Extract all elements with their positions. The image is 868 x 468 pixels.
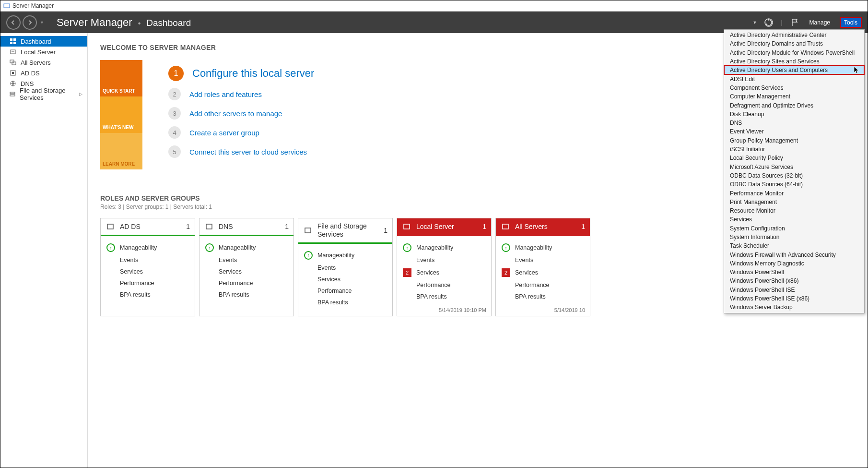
tile-row[interactable]: BPA results bbox=[403, 291, 485, 302]
role-tile[interactable]: Local Server1↑ManageabilityEvents2Servic… bbox=[397, 218, 492, 316]
tools-menu-item[interactable]: Active Directory Sites and Services bbox=[724, 57, 864, 66]
sidebar-item-label: Local Server bbox=[21, 48, 56, 56]
tile-row-label: Services bbox=[317, 276, 340, 283]
tab-whats-new[interactable]: WHAT'S NEW bbox=[100, 96, 142, 133]
tools-menu-item[interactable]: Task Scheduler bbox=[724, 241, 864, 250]
refresh-icon[interactable] bbox=[763, 17, 774, 28]
tools-menu-item[interactable]: ODBC Data Sources (64-bit) bbox=[724, 180, 864, 189]
nav-forward-button[interactable] bbox=[23, 15, 37, 30]
tools-menu-item[interactable]: Windows PowerShell ISE bbox=[724, 286, 864, 294]
tile-row[interactable]: ↑Manageability bbox=[304, 249, 387, 262]
tools-menu-item[interactable]: Active Directory Module for Windows Powe… bbox=[724, 48, 864, 57]
tab-quick-start[interactable]: QUICK START bbox=[100, 60, 142, 96]
quick-link[interactable]: 2Add roles and features bbox=[168, 88, 314, 100]
tile-row[interactable]: Events bbox=[403, 254, 485, 266]
tools-menu-item[interactable]: Active Directory Administrative Center bbox=[724, 31, 864, 39]
tools-menu-item[interactable]: System Information bbox=[724, 233, 864, 241]
tools-menu-item[interactable]: ADSI Edit bbox=[724, 74, 864, 83]
tools-menu-item[interactable]: Windows PowerShell bbox=[724, 268, 864, 276]
sidebar-item-local-server[interactable]: Local Server bbox=[0, 47, 87, 57]
tools-menu-button[interactable]: Tools bbox=[840, 17, 862, 28]
notifications-flag-icon[interactable] bbox=[789, 17, 800, 28]
role-tile[interactable]: AD DS1↑ManageabilityEventsServicesPerfor… bbox=[100, 218, 195, 316]
tile-row[interactable]: ↑Manageability bbox=[106, 241, 189, 254]
step-number: 2 bbox=[168, 88, 181, 100]
tile-row[interactable]: Events bbox=[205, 254, 288, 266]
breadcrumb-main[interactable]: Server Manager bbox=[57, 16, 132, 29]
nav-back-button[interactable] bbox=[6, 15, 21, 30]
tools-menu-item[interactable]: Services bbox=[724, 215, 864, 224]
tools-menu-item[interactable]: Computer Management bbox=[724, 92, 864, 101]
sidebar-item-ad-ds[interactable]: AD DS bbox=[0, 68, 87, 78]
tools-menu-item[interactable]: Active Directory Domains and Trusts bbox=[724, 39, 864, 48]
tile-row[interactable]: Performance bbox=[304, 285, 387, 297]
tools-menu-item[interactable]: Windows PowerShell (x86) bbox=[724, 276, 864, 285]
tools-menu-item[interactable]: Active Directory Users and Computers bbox=[724, 66, 864, 74]
tile-row[interactable]: BPA results bbox=[304, 297, 387, 308]
tile-row[interactable]: Events bbox=[304, 262, 387, 274]
tile-timestamp: 5/14/2019 10 bbox=[496, 304, 590, 316]
tile-row-label: Events bbox=[515, 257, 533, 264]
sidebar-item-file-storage[interactable]: File and Storage Services ▷ bbox=[0, 89, 87, 99]
breadcrumb-sub[interactable]: Dashboard bbox=[146, 18, 191, 28]
tile-row[interactable]: Events bbox=[106, 254, 189, 266]
tile-row[interactable]: 2Services bbox=[502, 266, 584, 279]
tools-menu-item[interactable]: Component Services bbox=[724, 84, 864, 92]
tools-menu-item[interactable]: Performance Monitor bbox=[724, 189, 864, 197]
tile-row[interactable]: ↑Manageability bbox=[205, 241, 288, 254]
tile-row[interactable]: BPA results bbox=[205, 289, 288, 300]
tools-menu-item[interactable]: System Configuration bbox=[724, 224, 864, 233]
tile-row[interactable]: ↑Manageability bbox=[502, 241, 584, 254]
quick-link-label: Add roles and features bbox=[189, 90, 262, 98]
sidebar: Dashboard Local Server All Servers AD DS… bbox=[0, 33, 88, 468]
tools-menu-item[interactable]: Disk Cleanup bbox=[724, 110, 864, 119]
tools-menu-item[interactable]: Windows PowerShell ISE (x86) bbox=[724, 294, 864, 303]
tile-row[interactable]: Services bbox=[205, 266, 288, 277]
step-number: 1 bbox=[168, 66, 184, 81]
tile-row[interactable]: Performance bbox=[403, 279, 485, 291]
tools-menu-item[interactable]: ODBC Data Sources (32-bit) bbox=[724, 171, 864, 180]
quick-link[interactable]: 1Configure this local server bbox=[168, 66, 314, 81]
tile-row[interactable]: ↑Manageability bbox=[403, 241, 485, 254]
tools-menu-item[interactable]: Defragment and Optimize Drives bbox=[724, 101, 864, 109]
step-number: 5 bbox=[168, 145, 181, 158]
tile-row[interactable]: Performance bbox=[205, 277, 288, 289]
header-dropdown-icon[interactable]: ▼ bbox=[753, 20, 757, 25]
tools-menu-item[interactable]: Windows Server Backup bbox=[724, 303, 864, 312]
tile-row[interactable]: Performance bbox=[502, 279, 584, 291]
tile-timestamp: 5/14/2019 10:10 PM bbox=[397, 304, 491, 316]
quick-link[interactable]: 3Add other servers to manage bbox=[168, 107, 314, 120]
svg-rect-22 bbox=[503, 224, 508, 229]
tools-menu-item[interactable]: Resource Monitor bbox=[724, 206, 864, 215]
tools-menu-item[interactable]: Group Policy Management bbox=[724, 136, 864, 145]
tile-row[interactable]: Services bbox=[106, 266, 189, 277]
quick-link[interactable]: 5Connect this server to cloud services bbox=[168, 145, 314, 158]
sidebar-item-all-servers[interactable]: All Servers bbox=[0, 57, 87, 68]
tools-menu-item[interactable]: Print Management bbox=[724, 198, 864, 206]
tab-learn-more[interactable]: LEARN MORE bbox=[100, 133, 142, 169]
role-tile[interactable]: DNS1↑ManageabilityEventsServicesPerforma… bbox=[199, 218, 294, 316]
tile-row-label: BPA results bbox=[120, 291, 151, 298]
manage-menu[interactable]: Manage bbox=[807, 18, 833, 27]
tile-row[interactable]: Events bbox=[502, 254, 584, 266]
tools-menu-item[interactable]: DNS bbox=[724, 119, 864, 127]
role-tile[interactable]: All Servers1↑ManageabilityEvents2Service… bbox=[495, 218, 590, 316]
tile-row[interactable]: 2Services bbox=[403, 266, 485, 279]
tools-menu-item[interactable]: Windows Memory Diagnostic bbox=[724, 259, 864, 268]
tile-row[interactable]: BPA results bbox=[106, 289, 189, 300]
tile-header: File and Storage Services1 bbox=[298, 218, 392, 244]
tile-row[interactable]: Performance bbox=[106, 277, 189, 289]
tools-menu-item[interactable]: iSCSI Initiator bbox=[724, 145, 864, 154]
tile-row[interactable]: Services bbox=[304, 274, 387, 285]
tools-menu-item[interactable]: Microsoft Azure Services bbox=[724, 162, 864, 171]
svg-rect-18 bbox=[107, 224, 113, 229]
tile-row[interactable]: BPA results bbox=[502, 291, 584, 302]
sidebar-item-label: AD DS bbox=[21, 70, 40, 77]
tools-menu-item[interactable]: Local Security Policy bbox=[724, 154, 864, 162]
quick-link[interactable]: 4Create a server group bbox=[168, 126, 314, 139]
role-tile[interactable]: File and Storage Services1↑Manageability… bbox=[298, 218, 393, 316]
tools-menu-item[interactable]: Windows Firewall with Advanced Security bbox=[724, 250, 864, 259]
sidebar-item-dashboard[interactable]: Dashboard bbox=[0, 36, 87, 47]
nav-history-dropdown[interactable]: ▼ bbox=[40, 20, 44, 25]
tools-menu-item[interactable]: Event Viewer bbox=[724, 127, 864, 136]
